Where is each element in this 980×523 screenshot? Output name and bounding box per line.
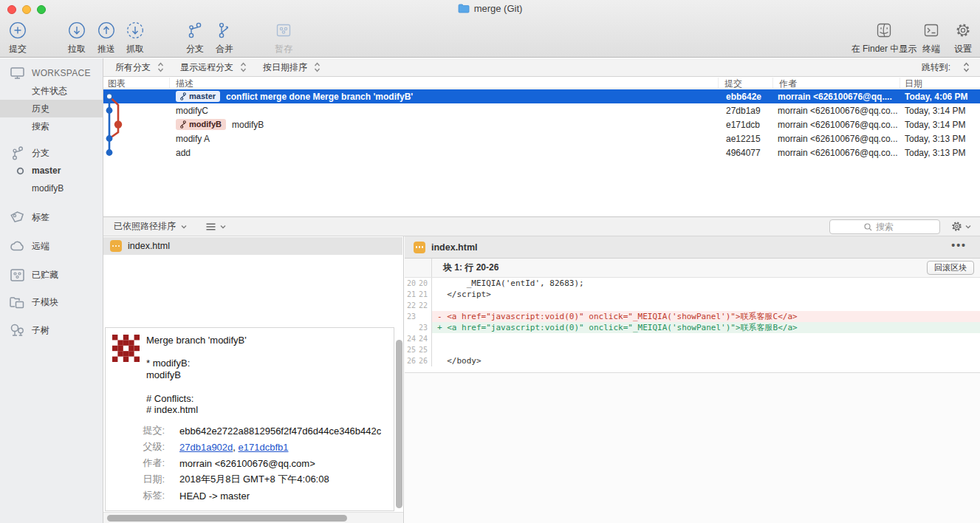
diff-more-button[interactable]: •••	[951, 239, 967, 251]
column-header-author[interactable]: 作者	[773, 78, 900, 88]
push-button[interactable]: 推送	[92, 21, 121, 55]
column-header-commit[interactable]: 提交	[719, 78, 773, 88]
column-header-date[interactable]: 日期	[900, 78, 980, 88]
diff-hunk: 块 1: 行 20-26 回滚区块 2020 _MEIQIA('entId', …	[405, 259, 980, 373]
sidebar-section-stashes[interactable]: 已贮藏	[0, 264, 103, 286]
pull-icon	[62, 21, 92, 40]
diff-line[interactable]: 2121 </script>	[405, 289, 980, 300]
commit-button[interactable]: 提交	[3, 21, 32, 55]
commit-row[interactable]: modify A ae12215 morrain <626100676@qq.c…	[103, 131, 980, 146]
branch-filter-dropdown[interactable]: 所有分支	[115, 61, 164, 74]
vertical-scrollbar-thumb[interactable]	[396, 340, 402, 508]
sidebar-branch-modifyb[interactable]: modifyB	[0, 180, 103, 197]
reverse-hunk-button[interactable]: 回滚区块	[927, 261, 974, 275]
view-options-dropdown[interactable]	[206, 223, 226, 230]
submodule-icon	[9, 296, 25, 309]
branch-badge-modifyb: modifyB	[176, 119, 226, 130]
commit-icon	[3, 21, 32, 40]
file-name: index.html	[128, 241, 170, 251]
commit-row[interactable]: modifyC 27db1a9 morrain <626100676@qq.co…	[103, 103, 980, 117]
diff-line[interactable]: 2222	[405, 300, 980, 311]
commit-row[interactable]: modifyB modifyB e171dcb morrain <6261006…	[103, 117, 980, 131]
field-author: 作者: morrain <626100676@qq.com>	[106, 455, 391, 471]
commit-date: Today, 3:13 PM	[900, 134, 980, 144]
path-sort-dropdown[interactable]: 已依照路径排序	[114, 220, 187, 233]
sidebar-section-tags[interactable]: 标签	[0, 206, 103, 228]
sidebar-branch-master[interactable]: master	[0, 162, 103, 180]
sidebar-item-search[interactable]: 搜索	[0, 117, 103, 135]
sidebar-item-file-status[interactable]: 文件状态	[0, 82, 103, 100]
commit-date: Today, 3:14 PM	[900, 106, 980, 116]
commit-description: modifyB	[232, 120, 264, 130]
commit-row-selected[interactable]: master conflict merge done Merge branch …	[103, 89, 980, 103]
column-header-description[interactable]: 描述	[170, 78, 719, 88]
search-icon	[864, 223, 872, 231]
jump-to-label: 跳转到:	[922, 61, 950, 74]
tag-icon	[9, 211, 25, 224]
diff-file-name: index.html	[431, 242, 478, 253]
diff-line-removed[interactable]: 23- <a href="javascript:void(0)" onclick…	[405, 311, 980, 322]
terminal-icon	[916, 21, 947, 40]
diff-line[interactable]: 2626 </body>	[405, 355, 980, 366]
show-in-finder-button[interactable]: 在 Finder 中显示	[848, 21, 920, 55]
finder-icon	[848, 21, 920, 40]
sidebar-item-history[interactable]: 历史	[0, 100, 103, 117]
parent-commit-link[interactable]: 27db1a902d	[179, 442, 233, 453]
diff-options-menu[interactable]	[950, 220, 971, 233]
column-header-graph[interactable]: 图表	[103, 78, 170, 88]
search-input[interactable]	[830, 222, 939, 232]
commit-sha: ebb642e	[719, 92, 773, 102]
diff-line[interactable]: 2020 _MEIQIA('entId', 82683);	[405, 278, 980, 289]
diff-line[interactable]: 2424	[405, 333, 980, 344]
field-parents: 父级: 27db1a902d, e171dcbfb1	[106, 439, 391, 455]
sort-filter-dropdown[interactable]: 按日期排序	[263, 61, 321, 74]
hunk-header: 块 1: 行 20-26 回滚区块	[405, 259, 980, 278]
sidebar-section-remotes[interactable]: 远端	[0, 235, 103, 257]
diff-line-added[interactable]: 23+ <a href="javascript:void(0)" onclick…	[405, 322, 980, 333]
filter-bar: 所有分支 显示远程分支 按日期排序 跳转到:	[103, 58, 980, 77]
branch-icon	[9, 146, 25, 160]
file-toolbar: 已依照路径排序	[103, 216, 980, 236]
stepper-icon	[963, 62, 970, 72]
chevron-down-icon	[181, 225, 187, 229]
commit-author: morrain <626100676@qq.co...	[773, 106, 900, 116]
cloud-icon	[9, 241, 25, 251]
commit-date: Today, 3:14 PM	[900, 120, 980, 130]
sidebar-workspace-header: WORKSPACE	[0, 64, 103, 82]
commit-description: modifyC	[176, 106, 208, 116]
horizontal-scrollbar-thumb[interactable]	[107, 515, 347, 522]
sidebar-section-branches[interactable]: 分支	[0, 144, 103, 162]
chevron-down-icon	[220, 225, 226, 229]
sidebar-section-subtrees[interactable]: 子树	[0, 319, 103, 341]
stash-icon	[269, 21, 298, 40]
terminal-button[interactable]: 终端	[916, 21, 947, 55]
commit-row[interactable]: add 4964077 morrain <626100676@qq.co... …	[103, 146, 980, 160]
commit-description: conflict merge done Merge branch 'modify…	[226, 92, 413, 102]
fetch-button[interactable]: 抓取	[120, 21, 150, 55]
diff-panel: index.html ••• 块 1: 行 20-26 回滚区块 2020 _M…	[405, 236, 980, 523]
merge-button[interactable]: 合并	[210, 21, 239, 55]
file-list-item-selected[interactable]: index.html	[103, 237, 402, 255]
stash-button[interactable]: 暂存	[269, 21, 298, 55]
branch-icon	[180, 21, 210, 40]
commit-sha: ae12215	[719, 134, 773, 144]
list-view-icon	[206, 223, 216, 230]
modified-file-icon	[110, 240, 122, 252]
sourcetree-window: merge (Git) 提交 拉取 推送 抓取 分支 合并 暂存	[0, 0, 980, 523]
merge-icon	[210, 21, 239, 40]
commit-refs: HEAD -> master	[179, 490, 250, 502]
jump-to-stepper[interactable]	[963, 62, 970, 75]
diff-search-field[interactable]	[829, 219, 940, 234]
settings-button[interactable]: 设置	[948, 21, 978, 55]
branch-badge-icon	[180, 120, 186, 129]
branch-button[interactable]: 分支	[180, 21, 210, 55]
pull-button[interactable]: 拉取	[62, 21, 92, 55]
commit-author: morrain <626100676@qq.co...	[773, 148, 900, 158]
sidebar-section-submodules[interactable]: 子模块	[0, 291, 103, 313]
remote-filter-dropdown[interactable]: 显示远程分支	[180, 61, 247, 74]
diff-line[interactable]: 2525	[405, 344, 980, 355]
commit-full-hash: ebb642e2722a8812956f2f47d6d44ce346b442c	[179, 425, 381, 437]
commit-details: Merge branch 'modifyB' * modifyB: modify…	[105, 327, 394, 511]
parent-commit-link[interactable]: e171dcbfb1	[239, 442, 289, 453]
window-title-text: merge (Git)	[474, 3, 523, 14]
